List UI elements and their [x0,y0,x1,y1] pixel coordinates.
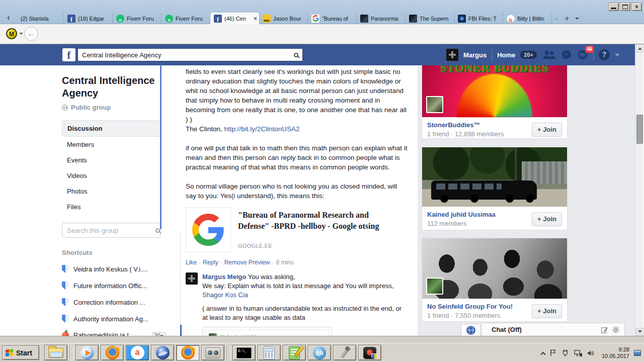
scroll-down-button[interactable] [636,328,643,336]
shortcut-item[interactable]: Rahvameditsiin ja t... 20+ [62,331,166,336]
browser-scrollbar[interactable] [635,44,643,336]
taskbar-button-recorder[interactable] [358,345,381,360]
link-preview[interactable]: "Bureau of Paranormal Research and Defen… [186,207,408,252]
sidebar-item-discussion[interactable]: Discussion [62,120,160,137]
group-title[interactable]: Central Intelligence Agency [62,74,163,100]
action-center-flag-icon[interactable] [549,349,557,357]
sidebar-item-files[interactable]: Files [62,199,160,215]
browser-tab[interactable]: The Supern [406,13,454,24]
browser-tab[interactable]: (2) Stanisla [15,13,64,24]
group-cover-photo[interactable] [422,147,567,207]
group-avatar[interactable] [426,96,443,113]
taskbar-button-microphone[interactable] [333,345,356,360]
mention-link[interactable]: Shagor Kos Cia [202,291,248,299]
join-button[interactable]: + Join [532,304,562,318]
account-caret-icon[interactable] [615,54,620,59]
browser-tab[interactable]: Paranorma [357,13,406,24]
tab-scroll-left-icon[interactable]: ‹ [3,12,14,24]
tray-expand-icon[interactable] [540,351,545,356]
group-avatar[interactable] [426,278,443,295]
facebook-search-input[interactable] [82,51,294,59]
comment-author-link[interactable]: Margus Meigo [202,273,246,281]
taskbar-button-webcam[interactable] [201,345,224,360]
toolbar-drag-handle[interactable] [69,346,73,359]
profile-link[interactable]: Margus [463,51,487,59]
facebook-search-bar[interactable] [77,48,303,61]
shortcut-item[interactable]: Future information Offic... [62,282,166,290]
taskbar-button-seamonkey[interactable] [151,345,174,360]
preview-title[interactable]: "Bureau of Paranormal Research and Defen… [238,210,389,232]
gear-icon[interactable] [612,326,619,333]
maximize-button[interactable] [620,3,630,11]
group-cover-photo[interactable] [422,238,567,299]
group-search-box[interactable] [62,223,160,238]
google-logo[interactable] [186,207,231,252]
comment-attached-image[interactable]: 21 April at 04:18 What should I do impre… [202,327,332,336]
shortcut-item[interactable]: Authority information Ag... [62,315,166,323]
join-button[interactable]: + Join [532,212,562,226]
browser-tab[interactable]: Jason Bour [259,13,308,24]
shortcut-item[interactable]: Correction information ... [62,298,166,306]
extension-caret-icon[interactable] [19,33,23,37]
new-tab-button[interactable]: + [561,14,573,23]
browser-tab[interactable]: Bitly | Bitlin [503,13,552,24]
chat-bar[interactable]: Chat (Off) [481,323,625,336]
show-desktop-button[interactable] [634,350,641,356]
taskbar-button-notepadpp[interactable] [283,345,306,360]
tab-list-caret-icon[interactable] [575,18,579,22]
chat-globe-tab[interactable] [461,324,481,336]
group-name-link[interactable]: No Seinfeld Group For You! [427,303,513,310]
browser-tab[interactable]: Fiverr Foru [113,13,162,24]
browser-tab[interactable]: (19) Edgar [64,13,113,24]
tab-close-icon[interactable]: × [254,15,257,22]
back-button[interactable]: ← [24,27,38,41]
reply-link[interactable]: Reply [203,259,218,266]
sidebar-item-videos[interactable]: Videos [62,168,160,184]
shortcut-item[interactable]: Veidra info Keskus ( V.i.... [62,265,166,273]
scroll-up-button[interactable] [636,44,643,52]
taskbar-button-qbittorrent[interactable]: qb [308,345,331,360]
extension-m-icon[interactable] [6,28,17,39]
help-icon[interactable]: ? [599,49,610,60]
facebook-logo-icon[interactable] [62,48,75,61]
taskbar-button-firefox-active[interactable] [176,345,199,360]
start-button[interactable]: Start [2,345,39,360]
bitly-link[interactable]: http://bit.ly/2ClintonUSA2 [224,125,300,133]
tab-scroll-right-icon[interactable]: › [552,15,561,22]
messenger-icon[interactable] [561,49,572,60]
network-icon[interactable] [574,349,583,357]
taskbar-button-mediaplayer[interactable] [75,345,99,360]
home-link[interactable]: Home [497,51,515,59]
sidebar-item-members[interactable]: Members [62,137,160,152]
toolbar-drag-handle[interactable] [226,346,230,359]
taskbar-button-explorer[interactable] [44,345,67,360]
remove-preview-link[interactable]: Remove Preview [224,259,270,266]
avatar[interactable] [186,273,198,285]
scrollbar-thumb[interactable] [636,115,643,144]
taskbar-clock[interactable]: 9:28 10.05.2017 [602,346,629,359]
sidebar-item-events[interactable]: Events [62,152,160,168]
timestamp[interactable]: 8 mins [276,259,293,266]
minimize-button[interactable] [608,3,619,11]
taskbar-button-cmd[interactable]: C:\_ [232,345,256,360]
friend-requests-icon[interactable] [542,50,556,60]
browser-tab[interactable]: FBI Files: T [454,13,503,24]
browser-tab[interactable]: Fiverr Foru [162,13,210,24]
group-search-input[interactable] [67,227,155,234]
browser-tab[interactable]: "Bureau of [308,13,357,24]
group-name-link[interactable]: StonerBuddies™ [427,121,504,129]
like-link[interactable]: Like [186,259,197,266]
browser-tab-active[interactable]: (46) Cen × [210,13,259,24]
speaker-icon[interactable] [587,349,595,357]
sidebar-item-photos[interactable]: Photos [62,184,160,199]
search-icon[interactable] [294,53,298,57]
group-name-link[interactable]: Kained juhid Uusimaa [427,211,496,218]
avatar[interactable] [446,49,458,61]
join-button[interactable]: + Join [532,123,562,137]
close-button[interactable]: × [631,3,642,11]
notifications-globe-icon[interactable]: 46 [577,49,588,60]
taskbar-button-firefox[interactable] [101,345,124,360]
taskbar-button-calculator[interactable] [258,345,281,360]
power-plug-icon[interactable] [561,349,570,357]
taskbar-button-app-a[interactable] [126,345,149,360]
